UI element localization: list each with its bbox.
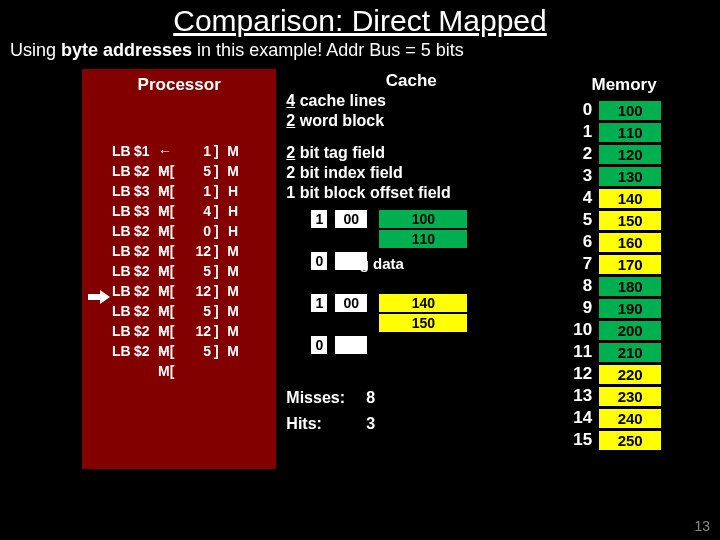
instruction-row: LB$3← M[1]H [112,181,276,201]
misses-value: 8 [366,389,375,407]
instruction-row: LB$2← M[5]M [112,161,276,181]
misses-label: Misses: [286,389,366,407]
instruction-row: LB$2← M[5]M [112,301,276,321]
memory-table: 0100111021203130414051506160717081809190… [536,99,712,451]
memory-panel: Memory 010011102120313041405150616071708… [536,69,712,469]
memory-row: 14240 [568,407,712,429]
cache-line: 100100110 [310,209,536,249]
subtitle-prefix: Using [10,40,61,60]
current-instruction-pointer-icon [88,290,112,304]
cache-panel: Cache 4 cache lines 2 word block 2 bit t… [276,69,536,469]
subtitle-bold: byte addresses [61,40,192,60]
memory-row: 0100 [568,99,712,121]
memory-row: 12220 [568,363,712,385]
cache-lines-info: 4 cache lines [286,91,536,111]
cache-field-info: 2 bit tag field 2 bit index field 1 bit … [286,143,536,203]
instruction-row: LB$2← M[5]M [112,261,276,281]
instruction-row: LB$2← M[12]M [112,241,276,261]
processor-header: Processor [82,69,276,141]
cache-line: 0 [310,251,536,291]
instruction-row: LB$2← M[0]H [112,221,276,241]
memory-row: 4140 [568,187,712,209]
cache-tagdata-header: tag data [346,255,404,272]
memory-header: Memory [536,69,712,99]
memory-row: 5150 [568,209,712,231]
cache-stats: Misses:8 Hits:3 [286,389,536,433]
slide-number: 13 [694,518,710,534]
cache-line: 100140150 [310,293,536,333]
cache-header: Cache [286,69,536,91]
memory-row: 6160 [568,231,712,253]
page-subtitle: Using byte addresses in this example! Ad… [0,38,720,69]
page-title: Comparison: Direct Mapped [0,0,720,38]
hits-value: 3 [366,415,375,433]
cache-line: 0 [310,335,536,375]
memory-row: 11210 [568,341,712,363]
memory-row: 15250 [568,429,712,451]
memory-row: 10200 [568,319,712,341]
memory-row: 1110 [568,121,712,143]
cache-table: 10010011001001401500 [310,209,536,375]
memory-row: 9190 [568,297,712,319]
memory-row: 13230 [568,385,712,407]
instruction-row: LB$2← M[12]M [112,321,276,341]
instruction-row: LB$3← M[4]H [112,201,276,221]
instruction-row: LB$2← M[5]M [112,341,276,361]
memory-row: 2120 [568,143,712,165]
hits-label: Hits: [286,415,366,433]
subtitle-suffix: in this example! Addr Bus = 5 bits [192,40,464,60]
memory-row: 3130 [568,165,712,187]
instruction-row: LB$1← M[1]M [112,141,276,161]
processor-panel: Processor LB$1← M[1]MLB$2← M[5]MLB$3← M[… [82,69,276,469]
memory-row: 8180 [568,275,712,297]
instruction-table: LB$1← M[1]MLB$2← M[5]MLB$3← M[1]HLB$3← M… [82,141,276,361]
memory-row: 7170 [568,253,712,275]
instruction-row: LB$2← M[12]M [112,281,276,301]
cache-block-info: 2 word block [286,111,536,131]
